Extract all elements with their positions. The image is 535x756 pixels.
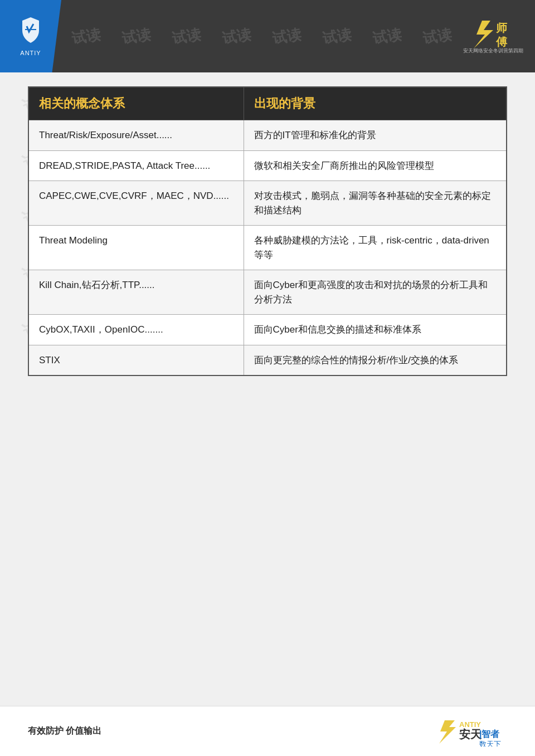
company-sub: 安天网络安全冬训营第四期 <box>463 47 523 55</box>
svg-marker-1 <box>474 21 493 48</box>
footer-right: ANTIY 安天 |智者 数天下 <box>435 716 507 747</box>
header-watermark-2: 试读 <box>121 25 152 48</box>
header-watermark-4: 试读 <box>221 25 252 48</box>
svg-text:师: 师 <box>495 22 508 34</box>
svg-text:傅: 傅 <box>495 36 508 48</box>
row4-col2: 各种威胁建模的方法论，工具，risk-centric，data-driven等等 <box>244 226 507 270</box>
header-watermark-3: 试读 <box>171 25 202 48</box>
company-name: 师 傅 <box>465 18 521 52</box>
logo-text: ANTIY <box>20 50 41 56</box>
table-row: Threat/Risk/Exposure/Asset...... 西方的IT管理… <box>28 120 507 151</box>
table-row: STIX 面向更完整的综合性的情报分析/作业/交换的体系 <box>28 345 507 375</box>
table-row: CybOX,TAXII，OpenIOC....... 面向Cyber和信息交换的… <box>28 315 507 345</box>
footer-tagline: 有效防护 价值输出 <box>28 725 101 737</box>
header-watermark-1: 试读 <box>71 25 102 48</box>
row3-col1: CAPEC,CWE,CVE,CVRF，MAEC，NVD...... <box>28 181 244 226</box>
table-header-row: 相关的概念体系 出现的背景 <box>28 87 507 120</box>
header-watermark-8: 试读 <box>422 25 453 48</box>
header: ANTIY 试读 试读 试读 试读 试读 试读 试读 试读 师 傅 安天网络安全… <box>0 0 535 72</box>
table-row: Threat Modeling 各种威胁建模的方法论，工具，risk-centr… <box>28 226 507 270</box>
svg-marker-4 <box>439 720 456 744</box>
row2-col1: DREAD,STRIDE,PASTA, Attack Tree...... <box>28 150 244 181</box>
header-watermark-7: 试读 <box>372 25 403 48</box>
header-right-logo: 师 傅 安天网络安全冬训营第四期 <box>460 14 527 58</box>
svg-text:|智者: |智者 <box>479 729 500 739</box>
svg-text:数天下: 数天下 <box>479 740 501 747</box>
row1-col1: Threat/Risk/Exposure/Asset...... <box>28 120 244 151</box>
row3-col2: 对攻击模式，脆弱点，漏洞等各种基础的安全元素的标定和描述结构 <box>244 181 507 226</box>
col2-header: 出现的背景 <box>244 87 507 120</box>
svg-text:ANTIY: ANTIY <box>459 720 481 729</box>
row7-col1: STIX <box>28 345 244 375</box>
concept-table: 相关的概念体系 出现的背景 Threat/Risk/Exposure/Asset… <box>28 86 507 376</box>
row2-col2: 微软和相关安全厂商所推出的风险管理模型 <box>244 150 507 181</box>
header-watermark-6: 试读 <box>322 25 353 48</box>
row4-col1: Threat Modeling <box>28 226 244 270</box>
table-row: CAPEC,CWE,CVE,CVRF，MAEC，NVD...... 对攻击模式，… <box>28 181 507 226</box>
row1-col2: 西方的IT管理和标准化的背景 <box>244 120 507 151</box>
footer-logo: ANTIY 安天 |智者 数天下 <box>435 716 507 747</box>
header-watermark-overlay: 试读 试读 试读 试读 试读 试读 试读 试读 <box>61 0 463 72</box>
row6-col2: 面向Cyber和信息交换的描述和标准体系 <box>244 315 507 345</box>
col1-header: 相关的概念体系 <box>28 87 244 120</box>
row5-col1: Kill Chain,钻石分析,TTP...... <box>28 270 244 315</box>
svg-text:安天: 安天 <box>459 728 482 740</box>
row5-col2: 面向Cyber和更高强度的攻击和对抗的场景的分析工具和分析方法 <box>244 270 507 315</box>
header-watermark-5: 试读 <box>271 25 303 48</box>
main-content: 相关的概念体系 出现的背景 Threat/Risk/Exposure/Asset… <box>28 86 507 700</box>
table-row: Kill Chain,钻石分析,TTP...... 面向Cyber和更高强度的攻… <box>28 270 507 315</box>
table-row: DREAD,STRIDE,PASTA, Attack Tree...... 微软… <box>28 150 507 181</box>
footer: 有效防护 价值输出 ANTIY 安天 |智者 数天下 <box>0 706 535 756</box>
logo-box: ANTIY <box>0 0 61 72</box>
row7-col2: 面向更完整的综合性的情报分析/作业/交换的体系 <box>244 345 507 375</box>
row6-col1: CybOX,TAXII，OpenIOC....... <box>28 315 244 345</box>
logo-icon <box>17 16 45 47</box>
